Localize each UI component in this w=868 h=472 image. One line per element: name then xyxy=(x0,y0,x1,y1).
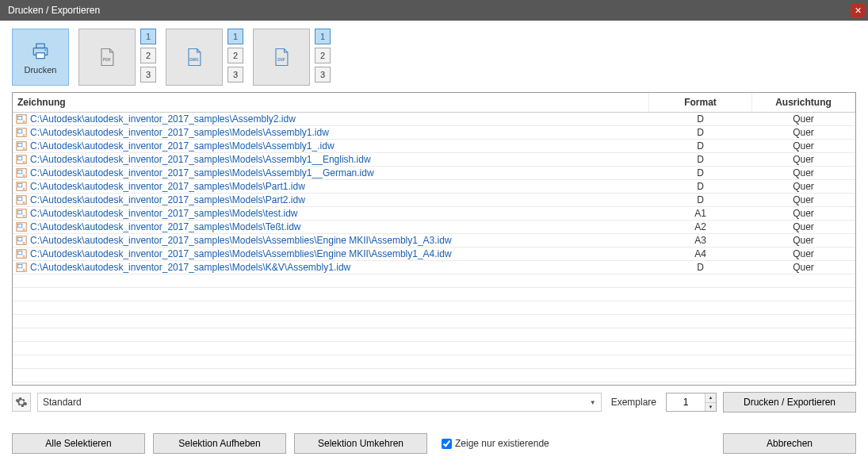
drawing-file-icon xyxy=(16,194,27,205)
tool-tile-pdf[interactable]: PDF xyxy=(78,29,136,86)
drawing-path[interactable]: C:\Autodesk\autodesk_inventor_2017_sampl… xyxy=(30,208,298,219)
cell-format: A2 xyxy=(649,220,752,233)
drawing-path[interactable]: C:\Autodesk\autodesk_inventor_2017_sampl… xyxy=(30,235,452,246)
cell-format: D xyxy=(649,152,752,166)
drawing-file-icon xyxy=(16,248,27,259)
table-row xyxy=(13,301,855,314)
svg-point-3 xyxy=(44,49,46,51)
svg-rect-1 xyxy=(36,44,45,48)
printer-icon xyxy=(29,40,52,62)
print-export-button[interactable]: Drucken / Exportieren xyxy=(723,392,856,413)
cell-orient: Quer xyxy=(752,220,855,233)
drawing-path[interactable]: C:\Autodesk\autodesk_inventor_2017_sampl… xyxy=(30,181,305,192)
drawing-path[interactable]: C:\Autodesk\autodesk_inventor_2017_sampl… xyxy=(30,167,374,178)
drawing-path[interactable]: C:\Autodesk\autodesk_inventor_2017_sampl… xyxy=(30,194,305,205)
table-row xyxy=(13,355,855,368)
show-existing-checkbox-wrap[interactable]: Zeige nur existierende xyxy=(442,438,549,449)
table-row[interactable]: C:\Autodesk\autodesk_inventor_2017_sampl… xyxy=(13,139,855,152)
table-row[interactable]: C:\Autodesk\autodesk_inventor_2017_sampl… xyxy=(13,152,855,166)
tool-group-dwg: DWG 1 2 3 xyxy=(166,29,243,86)
table-row[interactable]: C:\Autodesk\autodesk_inventor_2017_sampl… xyxy=(13,193,855,206)
col-header-drawing[interactable]: Zeichnung xyxy=(13,93,649,112)
drawing-file-icon xyxy=(16,140,27,152)
dwg-icon: DWG xyxy=(183,46,205,68)
cell-orient: Quer xyxy=(752,125,855,139)
drawing-path[interactable]: C:\Autodesk\autodesk_inventor_2017_sampl… xyxy=(30,154,371,165)
num-btn-dxf-1[interactable]: 1 xyxy=(315,29,331,44)
table-row[interactable]: C:\Autodesk\autodesk_inventor_2017_sampl… xyxy=(13,112,855,125)
num-btn-pdf-2[interactable]: 2 xyxy=(140,48,156,63)
cell-format: D xyxy=(649,139,752,152)
cell-format: D xyxy=(649,260,752,274)
table-row[interactable]: C:\Autodesk\autodesk_inventor_2017_sampl… xyxy=(13,125,855,139)
svg-text:PDF: PDF xyxy=(103,57,112,62)
footer-row-1: Standard ▼ Exemplare ▲ ▼ Drucken / Expor… xyxy=(12,392,856,413)
drawing-path[interactable]: C:\Autodesk\autodesk_inventor_2017_sampl… xyxy=(30,113,296,125)
table-row[interactable]: C:\Autodesk\autodesk_inventor_2017_sampl… xyxy=(13,233,855,247)
table-row[interactable]: C:\Autodesk\autodesk_inventor_2017_sampl… xyxy=(13,220,855,233)
table-row[interactable]: C:\Autodesk\autodesk_inventor_2017_sampl… xyxy=(13,166,855,179)
cell-format: D xyxy=(649,193,752,206)
drawing-file-icon xyxy=(16,113,27,125)
drawing-path[interactable]: C:\Autodesk\autodesk_inventor_2017_sampl… xyxy=(30,262,350,273)
cell-orient: Quer xyxy=(752,206,855,220)
profile-dropdown[interactable]: Standard ▼ xyxy=(37,393,602,412)
copies-up[interactable]: ▲ xyxy=(705,393,716,403)
cell-orient: Quer xyxy=(752,193,855,206)
num-stack-dwg: 1 2 3 xyxy=(228,29,243,83)
table-row[interactable]: C:\Autodesk\autodesk_inventor_2017_sampl… xyxy=(13,179,855,193)
copies-down[interactable]: ▼ xyxy=(705,403,716,412)
drawing-file-icon xyxy=(16,154,27,165)
col-header-format[interactable]: Format xyxy=(649,93,752,112)
drawing-file-icon xyxy=(16,235,27,246)
num-btn-dwg-3[interactable]: 3 xyxy=(228,67,243,83)
num-btn-dwg-1[interactable]: 1 xyxy=(228,29,243,44)
invert-selection-button[interactable]: Selektion Umkehren xyxy=(294,433,427,454)
col-header-orient[interactable]: Ausrichtung xyxy=(752,93,855,112)
svg-rect-2 xyxy=(36,53,45,59)
drawing-path[interactable]: C:\Autodesk\autodesk_inventor_2017_sampl… xyxy=(30,248,452,259)
drawing-path[interactable]: C:\Autodesk\autodesk_inventor_2017_sampl… xyxy=(30,221,301,232)
close-icon: ✕ xyxy=(855,6,862,16)
profile-value: Standard xyxy=(43,397,82,408)
grid[interactable]: Zeichnung Format Ausrichtung C:\Autodesk… xyxy=(12,92,856,386)
drawing-path[interactable]: C:\Autodesk\autodesk_inventor_2017_sampl… xyxy=(30,140,335,152)
cell-orient: Quer xyxy=(752,112,855,125)
num-btn-pdf-3[interactable]: 3 xyxy=(140,67,156,83)
close-button[interactable]: ✕ xyxy=(851,3,865,17)
cell-orient: Quer xyxy=(752,166,855,179)
tool-group-pdf: PDF 1 2 3 xyxy=(78,29,156,86)
dxf-icon: DXF xyxy=(270,46,293,68)
cell-orient: Quer xyxy=(752,260,855,274)
select-all-button[interactable]: Alle Selektieren xyxy=(12,433,145,454)
show-existing-checkbox[interactable] xyxy=(442,439,452,449)
num-btn-dxf-3[interactable]: 3 xyxy=(315,67,331,83)
settings-button[interactable] xyxy=(12,393,31,412)
tool-tile-print[interactable]: Drucken xyxy=(12,29,69,86)
tool-group-print: Drucken xyxy=(12,29,69,86)
num-btn-dxf-2[interactable]: 2 xyxy=(315,48,331,63)
cell-format: D xyxy=(649,166,752,179)
num-btn-dwg-2[interactable]: 2 xyxy=(228,48,243,63)
cell-orient: Quer xyxy=(752,247,855,260)
num-btn-pdf-1[interactable]: 1 xyxy=(140,29,156,44)
table-row xyxy=(13,314,855,328)
cancel-button[interactable]: Abbrechen xyxy=(723,433,856,454)
toolbar: Drucken PDF 1 2 3 DWG 1 2 xyxy=(0,21,868,92)
tool-tile-dwg[interactable]: DWG xyxy=(166,29,223,86)
tool-tile-dxf[interactable]: DXF xyxy=(253,29,310,86)
copies-input[interactable] xyxy=(667,393,705,411)
gear-icon xyxy=(15,396,28,409)
deselect-button[interactable]: Selektion Aufheben xyxy=(153,433,286,454)
chevron-down-icon: ▼ xyxy=(590,399,596,406)
table-row[interactable]: C:\Autodesk\autodesk_inventor_2017_sampl… xyxy=(13,247,855,260)
table-row xyxy=(13,328,855,341)
cell-format: A1 xyxy=(649,206,752,220)
drawing-path[interactable]: C:\Autodesk\autodesk_inventor_2017_sampl… xyxy=(30,127,329,138)
cell-orient: Quer xyxy=(752,139,855,152)
table-row[interactable]: C:\Autodesk\autodesk_inventor_2017_sampl… xyxy=(13,260,855,274)
table-row xyxy=(13,341,855,355)
table-row[interactable]: C:\Autodesk\autodesk_inventor_2017_sampl… xyxy=(13,206,855,220)
copies-spinner[interactable]: ▲ ▼ xyxy=(666,393,717,412)
cell-format: A4 xyxy=(649,247,752,260)
